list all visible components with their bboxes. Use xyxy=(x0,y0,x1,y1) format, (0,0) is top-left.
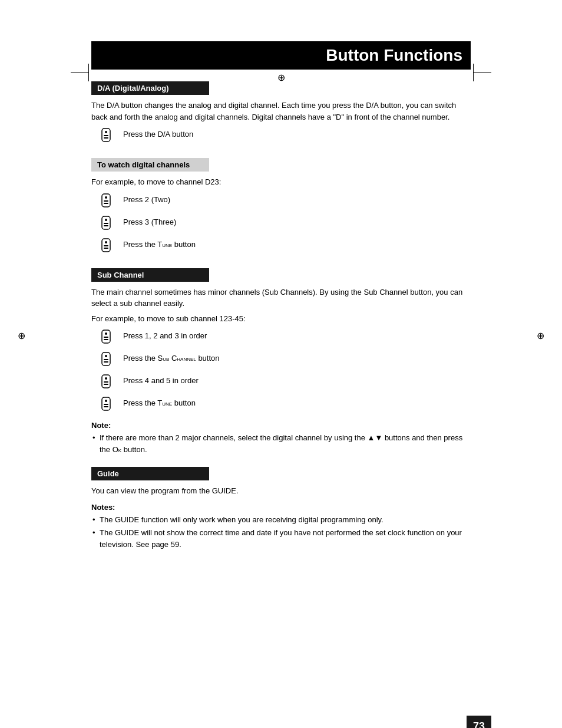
svg-rect-10 xyxy=(104,223,108,224)
svg-point-21 xyxy=(105,355,107,357)
sub-channel-header: Sub Channel xyxy=(91,268,209,282)
step-row-3: Press the Tune button xyxy=(97,236,471,256)
step-row-2: Press 3 (Three) xyxy=(97,214,471,234)
main-content: Button Functions D/A (Digital/Analog) Th… xyxy=(91,41,471,550)
svg-rect-18 xyxy=(104,337,108,338)
crop-mark-tr-h xyxy=(474,72,491,73)
svg-rect-19 xyxy=(104,339,108,340)
svg-rect-14 xyxy=(104,245,108,246)
sub-step-label-2: Press the Sub Channel button xyxy=(123,350,220,364)
guide-note-item-1: The GUIDE function will only work when y… xyxy=(91,514,471,526)
svg-rect-15 xyxy=(104,248,108,249)
sub-channel-note: Note: If there are more than 2 major cha… xyxy=(91,421,471,455)
reg-mark-top: ⊕ xyxy=(277,72,285,83)
step-label-2: Press 3 (Three) xyxy=(123,214,176,228)
svg-rect-22 xyxy=(104,359,108,360)
remote-icon-sub2 xyxy=(97,351,116,370)
remote-icon-sub1 xyxy=(97,329,116,348)
svg-rect-6 xyxy=(104,200,108,202)
svg-point-1 xyxy=(105,131,107,133)
sub-channel-note-item-1: If there are more than 2 major channels,… xyxy=(91,432,471,455)
da-icon-row: Press the D/A button xyxy=(97,126,471,146)
sub-step-label-4: Press the Tune button xyxy=(123,395,196,409)
watch-digital-header: To watch digital channels xyxy=(91,158,209,172)
svg-rect-7 xyxy=(104,203,108,204)
remote-icon-step3 xyxy=(97,238,116,256)
page-title: Button Functions xyxy=(100,46,462,65)
sub-step-row-4: Press the Tune button xyxy=(97,395,471,415)
svg-rect-31 xyxy=(104,406,108,407)
sub-channel-description: The main channel sometimes has minor cha… xyxy=(91,286,471,309)
svg-point-29 xyxy=(105,400,107,402)
da-description: The D/A button changes the analog and di… xyxy=(91,100,471,123)
reg-mark-right: ⊕ xyxy=(537,330,544,341)
da-header: D/A (Digital/Analog) xyxy=(91,81,209,95)
section-watch-digital: To watch digital channels For example, t… xyxy=(91,158,471,256)
guide-note-item-2: The GUIDE will not show the correct time… xyxy=(91,527,471,550)
remote-icon-da xyxy=(97,127,116,146)
crop-mark-tl-h xyxy=(71,72,88,73)
section-sub-channel: Sub Channel The main channel sometimes h… xyxy=(91,268,471,456)
sub-channel-note-label: Note: xyxy=(91,421,471,430)
sub-step-row-3: Press 4 and 5 in order xyxy=(97,373,471,393)
page-number: 73 xyxy=(473,720,485,729)
svg-point-5 xyxy=(105,196,107,199)
section-guide: Guide You can view the program from the … xyxy=(91,467,471,550)
svg-rect-27 xyxy=(104,384,108,385)
da-icon-label: Press the D/A button xyxy=(123,126,193,140)
page-number-box: 73 xyxy=(467,716,491,728)
page-title-bar: Button Functions xyxy=(91,41,471,70)
reg-mark-left: ⊕ xyxy=(18,330,25,341)
svg-point-9 xyxy=(105,219,107,221)
svg-rect-3 xyxy=(104,137,108,139)
remote-icon-sub3 xyxy=(97,374,116,393)
sub-step-label-3: Press 4 and 5 in order xyxy=(123,373,199,387)
crop-mark-tr-v xyxy=(473,64,474,81)
svg-rect-2 xyxy=(104,135,108,136)
page: ⊕ ⊕ ⊕ ⊕ Button Functions D/A (Digital/An… xyxy=(0,41,562,728)
svg-rect-11 xyxy=(104,225,108,226)
step-label-1: Press 2 (Two) xyxy=(123,192,170,206)
guide-description: You can view the program from the GUIDE. xyxy=(91,485,471,497)
svg-rect-26 xyxy=(104,381,108,383)
watch-digital-example: For example, to move to channel D23: xyxy=(91,176,471,188)
guide-header: Guide xyxy=(91,467,209,480)
sub-step-row-2: Press the Sub Channel button xyxy=(97,350,471,370)
guide-notes-label: Notes: xyxy=(91,503,471,512)
remote-icon-step2 xyxy=(97,215,116,234)
svg-point-13 xyxy=(105,241,107,243)
step-row-1: Press 2 (Two) xyxy=(97,192,471,212)
remote-icon-sub4 xyxy=(97,396,116,415)
section-da: D/A (Digital/Analog) The D/A button chan… xyxy=(91,81,471,146)
svg-rect-30 xyxy=(104,404,108,405)
crop-mark-tl-v xyxy=(88,64,89,81)
remote-icon-step1 xyxy=(97,193,116,212)
sub-step-label-1: Press 1, 2 and 3 in order xyxy=(123,328,207,342)
svg-point-25 xyxy=(105,377,107,380)
svg-point-17 xyxy=(105,332,107,335)
guide-notes: Notes: The GUIDE function will only work… xyxy=(91,503,471,551)
sub-channel-example: For example, to move to sub channel 123-… xyxy=(91,313,471,325)
step-label-3: Press the Tune button xyxy=(123,236,196,251)
sub-step-row-1: Press 1, 2 and 3 in order xyxy=(97,328,471,348)
svg-rect-23 xyxy=(104,361,108,363)
